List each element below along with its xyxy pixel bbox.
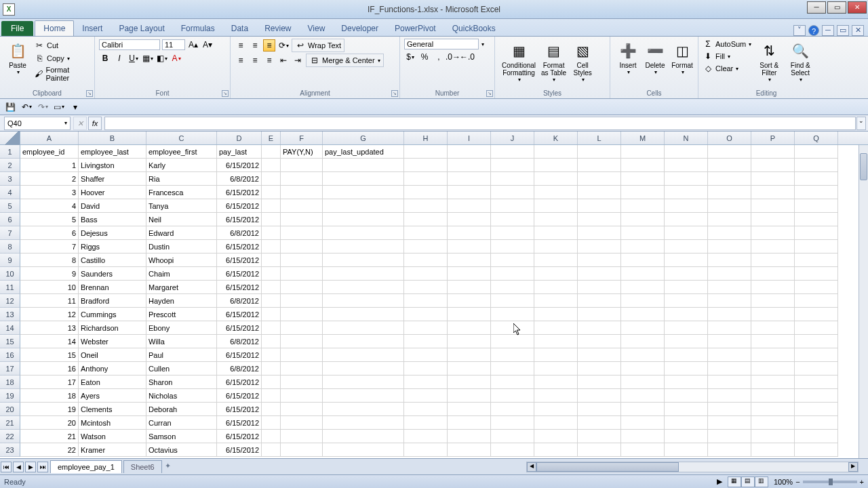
cell[interactable] [281, 335, 323, 348]
formula-input[interactable] [104, 117, 856, 130]
cell[interactable] [751, 375, 795, 389]
cell[interactable]: Prescott [146, 308, 217, 321]
cell[interactable] [491, 199, 534, 213]
cell[interactable] [323, 430, 404, 443]
cell[interactable] [578, 226, 621, 240]
cell[interactable] [448, 213, 491, 226]
cell[interactable] [404, 281, 448, 294]
cell[interactable] [448, 267, 491, 281]
cell[interactable] [708, 389, 751, 403]
cell[interactable] [262, 186, 281, 199]
cell[interactable] [665, 430, 708, 443]
hscroll-thumb[interactable] [536, 462, 679, 472]
cell[interactable] [448, 253, 491, 267]
cell[interactable] [665, 226, 708, 240]
cell[interactable] [751, 145, 795, 159]
cell[interactable] [323, 240, 404, 253]
cell[interactable] [621, 186, 665, 199]
cell[interactable] [751, 281, 795, 294]
redo-button[interactable]: ↷▾ [37, 101, 49, 113]
cell[interactable] [578, 159, 621, 172]
cell[interactable] [491, 240, 534, 253]
minimize-button[interactable]: ─ [807, 1, 826, 14]
cell[interactable] [491, 308, 534, 321]
cell[interactable] [323, 172, 404, 186]
cell[interactable] [751, 240, 795, 253]
cell[interactable] [665, 253, 708, 267]
column-header-J[interactable]: J [491, 131, 534, 144]
cell[interactable] [621, 335, 665, 348]
cell[interactable] [708, 294, 751, 308]
cell[interactable] [751, 267, 795, 281]
cell[interactable]: Livingston [79, 159, 146, 172]
cell[interactable]: Mcintosh [79, 416, 146, 430]
increase-indent-icon[interactable]: ⇥ [292, 54, 304, 66]
cell[interactable] [751, 443, 795, 457]
vertical-scrollbar[interactable] [859, 145, 868, 458]
cell[interactable] [621, 281, 665, 294]
cut-button[interactable]: ✂Cut [34, 40, 90, 51]
align-top-icon[interactable]: ≡ [235, 39, 247, 52]
cell[interactable] [578, 443, 621, 457]
cell[interactable]: Chaim [146, 267, 217, 281]
cell[interactable]: Watson [79, 430, 146, 443]
cell[interactable] [262, 213, 281, 226]
cell[interactable] [491, 281, 534, 294]
cell[interactable] [578, 389, 621, 403]
cell[interactable] [708, 186, 751, 199]
cell[interactable] [448, 186, 491, 199]
workbook-minimize-icon[interactable]: ─ [822, 25, 834, 36]
cell[interactable]: 19 [20, 403, 79, 416]
help-icon[interactable]: ? [808, 25, 819, 36]
delete-cells-button[interactable]: ➖Delete▾ [642, 39, 669, 77]
cell[interactable] [262, 226, 281, 240]
cell[interactable] [323, 335, 404, 348]
cell[interactable] [534, 159, 578, 172]
cell[interactable] [404, 145, 448, 159]
cell[interactable]: 17 [20, 375, 79, 389]
column-header-K[interactable]: K [534, 131, 578, 144]
cell[interactable] [708, 430, 751, 443]
cell[interactable]: Cummings [79, 308, 146, 321]
decrease-decimal-icon[interactable]: ←.0 [461, 51, 473, 63]
cell[interactable]: Shaffer [79, 172, 146, 186]
cell[interactable] [404, 253, 448, 267]
cell[interactable] [404, 375, 448, 389]
save-button[interactable]: 💾 [4, 101, 16, 113]
cell[interactable]: Saunders [79, 267, 146, 281]
cell[interactable] [323, 348, 404, 362]
cell[interactable] [491, 294, 534, 308]
cell[interactable] [323, 159, 404, 172]
cell[interactable] [751, 416, 795, 430]
cell[interactable] [621, 321, 665, 335]
cell[interactable] [448, 362, 491, 375]
cell[interactable] [708, 281, 751, 294]
cell[interactable] [491, 226, 534, 240]
cell[interactable] [665, 172, 708, 186]
file-tab[interactable]: File [1, 21, 33, 36]
cell[interactable] [534, 267, 578, 281]
cell[interactable] [621, 308, 665, 321]
cell[interactable] [751, 172, 795, 186]
format-cells-button[interactable]: ◫Format▾ [669, 39, 696, 77]
paste-button[interactable]: 📋 Paste▾ [4, 39, 31, 82]
row-header[interactable]: 4 [0, 186, 20, 199]
cell[interactable]: Paul [146, 348, 217, 362]
cell[interactable] [534, 375, 578, 389]
cell[interactable]: 20 [20, 416, 79, 430]
row-header[interactable]: 23 [0, 443, 20, 457]
cell[interactable] [621, 159, 665, 172]
cell[interactable] [795, 213, 838, 226]
cell[interactable] [262, 308, 281, 321]
cell[interactable] [578, 145, 621, 159]
cell[interactable] [534, 186, 578, 199]
cell[interactable] [751, 186, 795, 199]
cell[interactable] [795, 430, 838, 443]
cell[interactable] [795, 375, 838, 389]
cell[interactable] [534, 416, 578, 430]
cell[interactable] [665, 416, 708, 430]
cell[interactable] [795, 159, 838, 172]
cell[interactable] [448, 443, 491, 457]
cell[interactable]: 3 [20, 186, 79, 199]
cell[interactable] [578, 186, 621, 199]
